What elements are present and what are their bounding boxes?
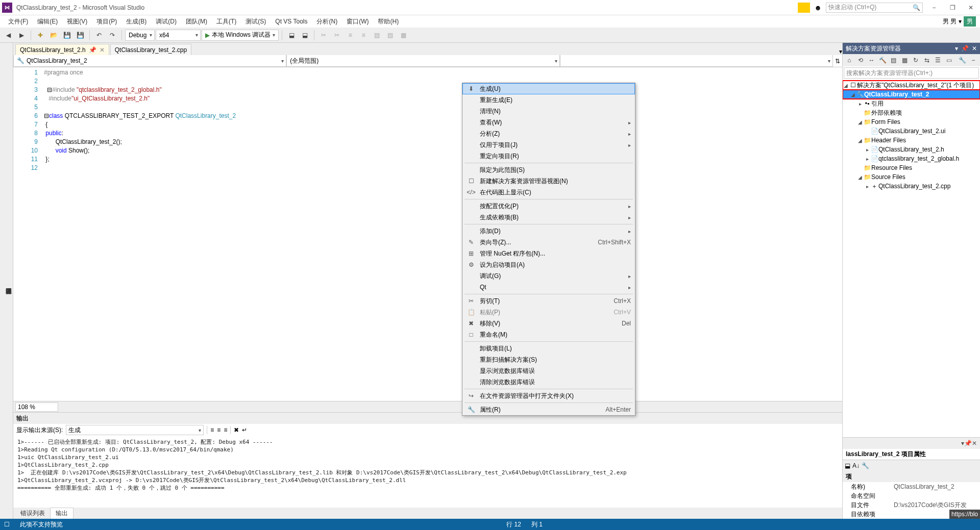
context-menu-item[interactable]: 重新扫描解决方案(S) bbox=[462, 354, 635, 365]
menu-project[interactable]: 项目(P) bbox=[92, 16, 121, 27]
property-row[interactable]: 名称)QtClassLibrary_test_2 bbox=[843, 482, 980, 491]
maximize-button[interactable]: ❐ bbox=[945, 3, 960, 13]
context-menu-item[interactable]: 添加(D)▸ bbox=[462, 225, 635, 237]
tree-node[interactable]: ▸📄qtclasslibrary_test_2_global.h bbox=[843, 154, 980, 163]
menu-team[interactable]: 团队(M) bbox=[182, 16, 211, 27]
close-button[interactable]: ✕ bbox=[964, 3, 978, 13]
new-project-button[interactable]: ✚ bbox=[34, 29, 46, 41]
context-menu-item[interactable]: 清除浏览数据库错误 bbox=[462, 376, 635, 388]
start-debug-button[interactable]: ▶ 本地 Windows 调试器 ▾ bbox=[202, 30, 279, 41]
tab-cpp-file[interactable]: QtClassLibrary_test_2.cpp bbox=[110, 44, 191, 55]
project-node[interactable]: ◢🔧QtClassLibrary_test_2 bbox=[843, 90, 980, 99]
context-menu-item[interactable]: 查看(W)▸ bbox=[462, 117, 635, 128]
toolbar-btn-8[interactable]: ▤ bbox=[384, 29, 396, 41]
tree-node[interactable]: 📁Resource Files bbox=[843, 163, 980, 172]
context-menu-item[interactable]: </>在代码图上显示(C) bbox=[462, 187, 635, 198]
toolbar-btn-3[interactable]: ✂ bbox=[317, 29, 330, 41]
sol-4-icon[interactable]: ⇆ bbox=[922, 56, 932, 65]
context-menu-item[interactable]: ✎类向导(Z)...Ctrl+Shift+X bbox=[462, 237, 635, 248]
toolbar-btn-6[interactable]: ≡ bbox=[357, 29, 370, 41]
platform-combo[interactable]: x64 bbox=[156, 30, 201, 41]
toolbar-btn-1[interactable]: ⬓ bbox=[285, 29, 298, 41]
context-menu-item[interactable]: 卸载项目(L) bbox=[462, 343, 635, 354]
quick-launch-input[interactable]: 快速启动 (Ctrl+Q) 🔍 bbox=[826, 3, 923, 13]
output-clear-button[interactable]: ✖ bbox=[234, 426, 239, 434]
tree-node[interactable]: 📁外部依赖项 bbox=[843, 108, 980, 117]
menu-analyze[interactable]: 分析(N) bbox=[312, 16, 341, 27]
context-menu-item[interactable]: 生成依赖项(B)▸ bbox=[462, 212, 635, 223]
menu-debug[interactable]: 调试(D) bbox=[152, 16, 181, 27]
output-text[interactable]: 1>------ 已启动全部重新生成: 项目: QtClassLibrary_t… bbox=[13, 436, 842, 508]
sol-minus-icon[interactable]: − bbox=[969, 56, 978, 65]
scope-combo[interactable]: 🔧QtClassLibrary_test_2 bbox=[13, 55, 286, 67]
context-menu-item[interactable]: 🔧属性(R)Alt+Enter bbox=[462, 404, 635, 415]
sol-wrench-icon[interactable]: 🔧 bbox=[958, 56, 967, 65]
sol-1-icon[interactable]: ▤ bbox=[889, 56, 898, 65]
tab-error-list[interactable]: 错误列表 bbox=[15, 508, 50, 519]
zoom-combo[interactable]: 108 % bbox=[15, 402, 58, 412]
context-menu-item[interactable]: ⚙设为启动项目(A) bbox=[462, 259, 635, 270]
save-all-button[interactable]: 💾 bbox=[74, 29, 86, 41]
empty-combo[interactable] bbox=[560, 55, 833, 67]
toolbar-btn-4[interactable]: ✂ bbox=[331, 29, 343, 41]
sol-3-icon[interactable]: ↻ bbox=[912, 56, 921, 65]
user-dropdown-icon[interactable]: ▾ bbox=[959, 18, 962, 25]
menu-build[interactable]: 生成(B) bbox=[122, 16, 151, 27]
menu-tools[interactable]: 工具(T) bbox=[212, 16, 240, 27]
nav-fwd-button[interactable]: ▶ bbox=[15, 29, 28, 41]
config-combo[interactable]: Debug bbox=[125, 30, 155, 41]
context-menu-item[interactable]: ⊞管理 NuGet 程序包(N)... bbox=[462, 248, 635, 259]
menu-edit[interactable]: 编辑(E) bbox=[33, 16, 62, 27]
prop-az-icon[interactable]: A↓ bbox=[852, 462, 860, 469]
context-menu-item[interactable]: ✂剪切(T)Ctrl+X bbox=[462, 295, 635, 307]
redo-button[interactable]: ↷ bbox=[106, 29, 118, 41]
panel-dropdown-icon[interactable]: ▾ bbox=[955, 45, 958, 52]
context-menu-item[interactable]: 显示浏览数据库错误 bbox=[462, 365, 635, 376]
solution-tree[interactable]: ◢☐解决方案"QtClassLibrary_test_2"(1 个项目) ◢🔧Q… bbox=[843, 80, 980, 437]
context-menu-item[interactable]: □重命名(M) bbox=[462, 329, 635, 340]
prop-close-icon[interactable]: ✕ bbox=[972, 440, 977, 447]
tree-node[interactable]: ◢📁Header Files bbox=[843, 136, 980, 145]
toolbar-btn-7[interactable]: ▤ bbox=[371, 29, 383, 41]
tree-node[interactable]: ◢📁Form Files bbox=[843, 117, 980, 127]
save-button[interactable]: 💾 bbox=[61, 29, 73, 41]
context-menu-item[interactable]: ✖移除(V)Del bbox=[462, 318, 635, 329]
property-row[interactable]: 目文件D:\vs2017Code\类GIS开发 bbox=[843, 500, 980, 510]
tree-node[interactable]: ▸📄QtClassLibrary_test_2.h bbox=[843, 145, 980, 154]
split-icon[interactable]: ⇅ bbox=[833, 55, 842, 67]
sol-refresh-icon[interactable]: ⟲ bbox=[856, 56, 865, 65]
panel-pin-icon[interactable]: 📌 bbox=[961, 45, 969, 52]
tab-output[interactable]: 输出 bbox=[50, 508, 74, 519]
output-btn-3[interactable]: ≡ bbox=[224, 426, 227, 434]
user-avatar-icon[interactable]: 男 bbox=[964, 16, 976, 27]
solution-root-node[interactable]: ◢☐解决方案"QtClassLibrary_test_2"(1 个项目) bbox=[843, 81, 980, 90]
sol-6-icon[interactable]: ▭ bbox=[945, 56, 954, 65]
open-file-button[interactable]: 📂 bbox=[47, 29, 60, 41]
context-menu-item[interactable]: ⬇生成(U) bbox=[462, 83, 635, 94]
output-btn-1[interactable]: ≡ bbox=[210, 426, 214, 434]
context-menu-item[interactable]: 清理(N) bbox=[462, 106, 635, 117]
sol-home-icon[interactable]: ⌂ bbox=[845, 56, 854, 65]
tree-node[interactable]: ◢📁Source Files bbox=[843, 172, 980, 182]
undo-button[interactable]: ↶ bbox=[93, 29, 105, 41]
context-menu-item[interactable]: 重定向项目(R) bbox=[462, 150, 635, 162]
tree-node[interactable]: ▸•▪引用 bbox=[843, 99, 980, 108]
sol-hammer-icon[interactable]: 🔨 bbox=[878, 56, 887, 65]
menu-view[interactable]: 视图(V) bbox=[63, 16, 91, 27]
menu-file[interactable]: 文件(F) bbox=[4, 16, 32, 27]
tree-node[interactable]: 📄QtClassLibrary_test_2.ui bbox=[843, 127, 980, 136]
minimize-button[interactable]: − bbox=[927, 3, 941, 13]
toolbar-btn-9[interactable]: ▦ bbox=[397, 29, 409, 41]
context-menu-item[interactable]: ↪在文件资源管理器中打开文件夹(X) bbox=[462, 390, 635, 401]
prop-pin-icon[interactable]: 📌 bbox=[964, 440, 972, 447]
feedback-icon[interactable]: ☻ bbox=[814, 4, 822, 12]
sol-5-icon[interactable]: ☰ bbox=[934, 56, 943, 65]
context-menu-item[interactable]: 限定为此范围(S) bbox=[462, 164, 635, 175]
context-menu-item[interactable]: 仅用于项目(J)▸ bbox=[462, 139, 635, 150]
project-context-menu[interactable]: ⬇生成(U)重新生成(E)清理(N)查看(W)▸分析(Z)▸仅用于项目(J)▸重… bbox=[462, 83, 635, 416]
nav-back-button[interactable]: ◀ bbox=[2, 29, 14, 41]
sol-2-icon[interactable]: ▦ bbox=[900, 56, 910, 65]
close-tab-icon[interactable]: ✕ bbox=[100, 46, 105, 54]
tree-node[interactable]: ▸＋QtClassLibrary_test_2.cpp bbox=[843, 182, 980, 191]
context-menu-item[interactable]: 按配置优化(P)▸ bbox=[462, 200, 635, 212]
